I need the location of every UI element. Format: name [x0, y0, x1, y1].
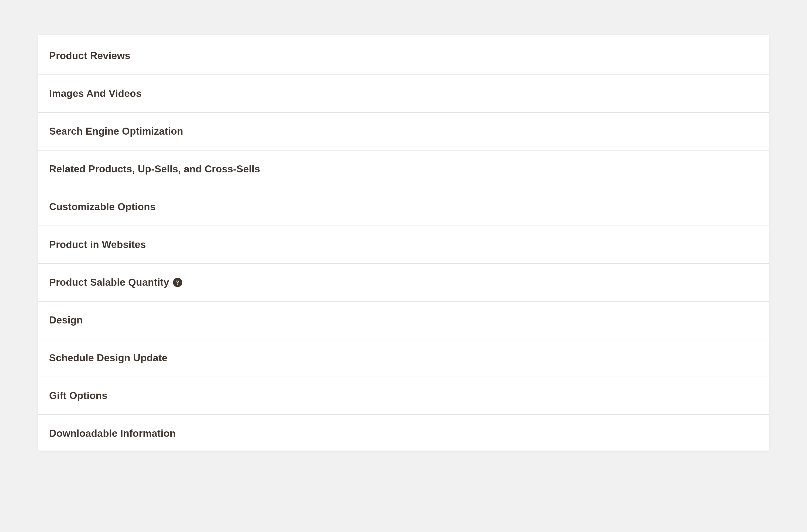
section-product-reviews[interactable]: Product Reviews: [38, 37, 769, 75]
section-title: Product Reviews: [49, 50, 130, 61]
section-title: Related Products, Up-Sells, and Cross-Se…: [49, 164, 260, 175]
section-images-and-videos[interactable]: Images And Videos: [38, 75, 769, 113]
section-search-engine-optimization[interactable]: Search Engine Optimization: [38, 113, 769, 151]
section-related-products-upsells-crosssells[interactable]: Related Products, Up-Sells, and Cross-Se…: [38, 151, 769, 188]
section-customizable-options[interactable]: Customizable Options: [38, 188, 769, 226]
section-title: Search Engine Optimization: [49, 126, 183, 137]
section-schedule-design-update[interactable]: Schedule Design Update: [38, 339, 769, 377]
section-downloadable-information[interactable]: Downloadable Information: [38, 415, 769, 451]
section-title: Schedule Design Update: [49, 352, 167, 364]
accordion-panel: Product Reviews Images And Videos Search…: [38, 35, 769, 451]
section-title: Product Salable Quantity: [49, 277, 169, 288]
section-product-in-websites[interactable]: Product in Websites: [38, 226, 769, 264]
section-title: Design: [49, 315, 83, 326]
help-icon[interactable]: ?: [173, 278, 182, 287]
section-title: Images And Videos: [49, 88, 142, 99]
section-title: Gift Options: [49, 390, 108, 401]
section-design[interactable]: Design: [38, 302, 769, 339]
section-title: Product in Websites: [49, 239, 146, 250]
section-title: Downloadable Information: [49, 428, 176, 439]
section-product-salable-quantity[interactable]: Product Salable Quantity ?: [38, 264, 769, 302]
section-gift-options[interactable]: Gift Options: [38, 377, 769, 415]
section-title: Customizable Options: [49, 201, 156, 213]
